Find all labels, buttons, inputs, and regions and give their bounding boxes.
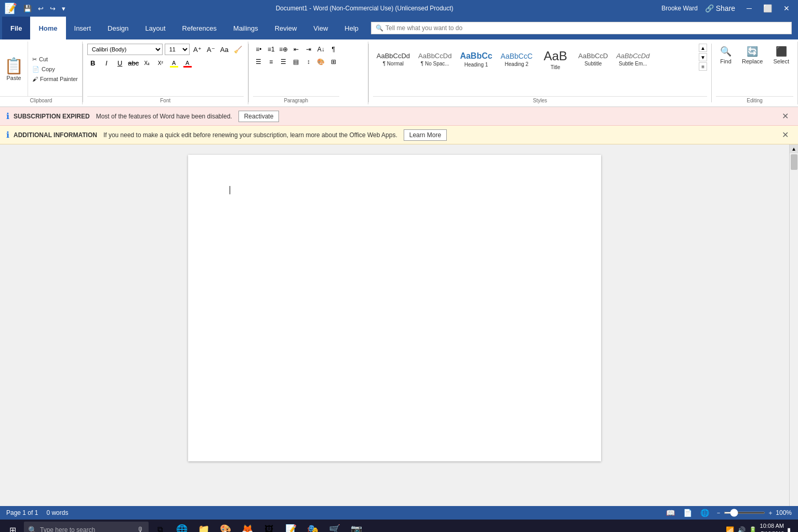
strikethrough-button[interactable]: abc xyxy=(128,57,139,69)
show-formatting-button[interactable]: ¶ xyxy=(328,44,339,55)
taskbar-firefox-button[interactable]: 🦊 xyxy=(237,520,258,532)
italic-button[interactable]: I xyxy=(101,57,112,69)
reactivate-button[interactable]: Reactivate xyxy=(238,111,280,122)
taskbar-explorer-button[interactable]: 📁 xyxy=(193,520,214,532)
replace-button[interactable]: 🔄 Replace xyxy=(738,44,767,66)
font-color-button[interactable]: A xyxy=(182,57,193,69)
print-layout-button[interactable]: 📄 xyxy=(681,508,694,518)
copy-button[interactable]: 📄 Copy xyxy=(30,65,80,74)
customize-qa-button[interactable]: ▾ xyxy=(60,4,68,14)
menu-file[interactable]: File xyxy=(2,17,30,39)
decrease-font-size-button[interactable]: A⁻ xyxy=(205,44,217,55)
shading-button[interactable]: 🎨 xyxy=(315,56,327,68)
align-right-button[interactable]: ☰ xyxy=(278,56,289,68)
zoom-in-icon[interactable]: ＋ xyxy=(767,509,774,517)
menu-references[interactable]: References xyxy=(174,17,225,39)
style-subtitle[interactable]: AaBbCcD Subtitle xyxy=(575,44,611,75)
minimize-button[interactable]: ─ xyxy=(742,3,756,14)
zoom-slider[interactable] xyxy=(724,512,765,514)
taskbar-store-button[interactable]: 🛒 xyxy=(324,520,345,532)
numbering-button[interactable]: ≡1 xyxy=(265,44,277,55)
highlight-color xyxy=(170,66,178,68)
menu-view[interactable]: View xyxy=(305,17,336,39)
tell-me-box[interactable]: 🔍 xyxy=(371,22,792,34)
document-page[interactable] xyxy=(188,155,601,461)
microphone-icon[interactable]: 🎙 xyxy=(137,526,144,532)
find-button[interactable]: 🔍 Find xyxy=(716,44,736,66)
info-close-button[interactable]: ✕ xyxy=(779,129,792,141)
start-button[interactable]: ⊞ xyxy=(2,520,23,532)
align-center-button[interactable]: ≡ xyxy=(265,56,277,68)
bullets-button[interactable]: ≡• xyxy=(253,44,264,55)
bold-button[interactable]: B xyxy=(87,57,99,69)
paste-button[interactable]: 📋 Paste xyxy=(0,42,28,96)
volume-icon[interactable]: 🔊 xyxy=(736,525,747,533)
font-size-select[interactable]: 11 xyxy=(165,44,190,55)
undo-button[interactable]: ↩ xyxy=(36,4,46,14)
multilevel-list-button[interactable]: ≡⊕ xyxy=(278,44,289,55)
expired-close-button[interactable]: ✕ xyxy=(779,110,792,122)
web-layout-button[interactable]: 🌐 xyxy=(698,508,711,518)
decrease-indent-button[interactable]: ⇤ xyxy=(290,44,302,55)
scroll-thumb[interactable] xyxy=(791,154,797,170)
taskbar-search-input[interactable] xyxy=(40,526,134,532)
scroll-up-button[interactable]: ▲ xyxy=(790,144,799,153)
align-left-button[interactable]: ☰ xyxy=(253,56,264,68)
save-button[interactable]: 💾 xyxy=(21,4,34,14)
read-mode-button[interactable]: 📖 xyxy=(664,508,677,518)
style-heading1[interactable]: AaBbCc Heading 1 xyxy=(456,44,496,75)
taskbar-app2-button[interactable]: 🎭 xyxy=(302,520,323,532)
taskbar-paint-button[interactable]: 🎨 xyxy=(215,520,236,532)
style-title[interactable]: AaB Title xyxy=(537,44,574,75)
superscript-button[interactable]: X² xyxy=(155,57,166,69)
select-button[interactable]: ⬛ Select xyxy=(769,44,793,66)
taskbar-edge-button[interactable]: 🌐 xyxy=(171,520,192,532)
subscript-button[interactable]: X₂ xyxy=(141,57,153,69)
scrollbar-track: ▲ xyxy=(789,144,798,506)
zoom-out-icon[interactable]: － xyxy=(715,509,722,517)
battery-icon[interactable]: 🔋 xyxy=(748,525,758,533)
restore-button[interactable]: ⬜ xyxy=(759,3,776,14)
menu-help[interactable]: Help xyxy=(336,17,367,39)
change-case-button[interactable]: Aa xyxy=(219,44,230,55)
increase-font-size-button[interactable]: A⁺ xyxy=(192,44,203,55)
styles-scroll-up[interactable]: ▲ xyxy=(699,44,707,52)
menu-design[interactable]: Design xyxy=(99,17,137,39)
styles-more[interactable]: ≡ xyxy=(699,62,707,71)
style-heading2[interactable]: AaBbCcC Heading 2 xyxy=(497,44,536,75)
styles-scroll-down[interactable]: ▼ xyxy=(699,53,707,61)
taskbar-word-button[interactable]: 📝 xyxy=(281,520,301,532)
close-button[interactable]: ✕ xyxy=(779,3,794,14)
taskbar-camera-button[interactable]: 📷 xyxy=(346,520,367,532)
menu-review[interactable]: Review xyxy=(267,17,305,39)
line-spacing-button[interactable]: ↕ xyxy=(303,56,314,68)
learn-more-button[interactable]: Learn More xyxy=(404,129,447,141)
redo-button[interactable]: ↪ xyxy=(48,4,58,14)
tray-icons: 📶 🔊 🔋 xyxy=(725,525,758,533)
format-painter-button[interactable]: 🖌 Format Painter xyxy=(30,75,80,83)
taskbar-clock[interactable]: 10:08 AM 7/18/2018 xyxy=(760,522,784,532)
style-nospace[interactable]: AaBbCcDd ¶ No Spac... xyxy=(415,44,455,75)
taskbar-photos-button[interactable]: 🖼 xyxy=(259,520,280,532)
search-box[interactable]: 🔍 🎙 xyxy=(24,522,149,532)
style-subtle-em[interactable]: AaBbCcDd Subtle Em... xyxy=(613,44,653,75)
borders-button[interactable]: ⊞ xyxy=(328,56,339,68)
style-normal[interactable]: AaBbCcDd ¶ Normal xyxy=(373,44,414,75)
menu-mailings[interactable]: Mailings xyxy=(225,17,267,39)
underline-button[interactable]: U xyxy=(114,57,126,69)
clear-formatting-button[interactable]: 🧹 xyxy=(232,44,244,55)
network-icon[interactable]: 📶 xyxy=(725,525,735,533)
font-name-select[interactable]: Calibri (Body) xyxy=(87,44,163,55)
taskview-button[interactable]: ⧉ xyxy=(150,520,170,532)
tell-me-input[interactable] xyxy=(385,24,489,32)
cut-button[interactable]: ✂ Cut xyxy=(30,55,80,64)
sort-button[interactable]: A↓ xyxy=(315,44,327,55)
menu-home[interactable]: Home xyxy=(30,17,65,39)
justify-button[interactable]: ▤ xyxy=(290,56,302,68)
share-button[interactable]: 🔗 Share xyxy=(701,3,739,14)
text-highlight-button[interactable]: A xyxy=(168,57,180,69)
menu-insert[interactable]: Insert xyxy=(66,17,100,39)
increase-indent-button[interactable]: ⇥ xyxy=(303,44,314,55)
menu-layout[interactable]: Layout xyxy=(137,17,174,39)
show-desktop-button[interactable]: ▮ xyxy=(786,525,792,533)
